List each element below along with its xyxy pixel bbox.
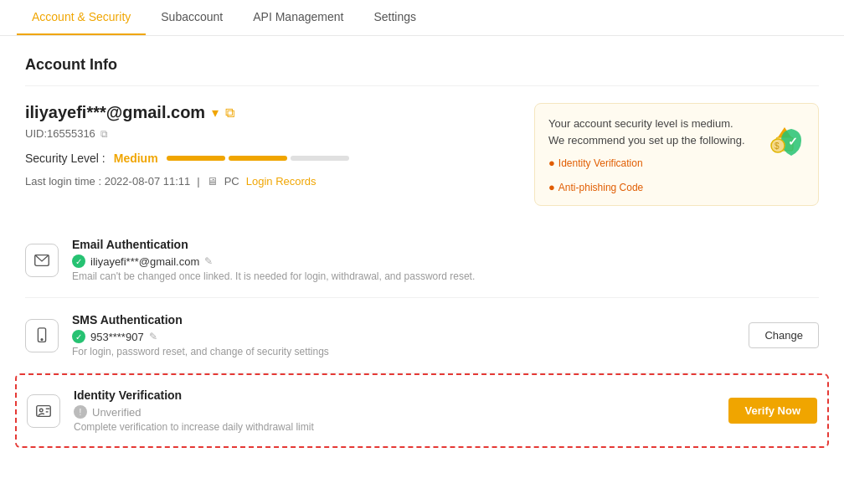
identity-auth-value: Unverified bbox=[92, 406, 142, 419]
email-auth-info: Email Authentication ✓ iliyayefi***@gmai… bbox=[72, 238, 819, 282]
email-verified-indicator: ✓ bbox=[72, 255, 85, 268]
email-auth-title: Email Authentication bbox=[72, 238, 819, 251]
security-level-row: Security Level : Medium bbox=[25, 152, 517, 165]
pc-label: PC bbox=[224, 175, 239, 188]
alert-identity-label: Identity Verification bbox=[558, 157, 643, 169]
uid-label: UID:16555316 bbox=[25, 127, 95, 140]
email-row: iliyayefi***@gmail.com ▾ ⧉ bbox=[25, 103, 517, 122]
alert-items: ● Identity Verification ● Anti-phishing … bbox=[548, 157, 746, 193]
sms-auth-title: SMS Authentication bbox=[72, 313, 735, 327]
last-login-time: Last login time : 2022-08-07 11:11 bbox=[25, 175, 190, 188]
email-auth-detail: ✓ iliyayefi***@gmail.com ✎ bbox=[72, 255, 819, 268]
account-info-section: iliyayefi***@gmail.com ▾ ⧉ UID:16555316 … bbox=[25, 103, 819, 206]
alert-antiphishing-label: Anti-phishing Code bbox=[558, 182, 643, 193]
security-level-label: Security Level : bbox=[25, 152, 106, 165]
identity-auth-icon-wrap bbox=[27, 394, 60, 428]
uid-row: UID:16555316 ⧉ bbox=[25, 127, 517, 140]
last-login-row: Last login time : 2022-08-07 11:11 | 🖥 P… bbox=[25, 175, 517, 188]
alert-warning-icon-2: ● bbox=[548, 181, 555, 193]
sms-icon bbox=[33, 327, 51, 345]
alert-warning-icon-1: ● bbox=[548, 157, 555, 169]
login-records-link[interactable]: Login Records bbox=[246, 175, 316, 188]
identity-auth-title: Identity Verification bbox=[74, 388, 715, 402]
email-edit-icon[interactable]: ✎ bbox=[204, 255, 213, 267]
email-auth-value: iliyayefi***@gmail.com bbox=[90, 255, 199, 268]
tab-account-security[interactable]: Account & Security bbox=[17, 0, 146, 35]
identity-icon bbox=[34, 402, 53, 420]
svg-text:✓: ✓ bbox=[788, 135, 798, 148]
pc-icon: 🖥 bbox=[207, 175, 218, 188]
security-progress-bar bbox=[167, 156, 349, 161]
tab-settings[interactable]: Settings bbox=[358, 0, 431, 35]
copy-uid-icon[interactable]: ⧉ bbox=[100, 128, 108, 140]
tab-api-management[interactable]: API Management bbox=[238, 0, 358, 35]
alert-item-antiphishing: ● Anti-phishing Code bbox=[548, 181, 643, 193]
alert-item-identity: ● Identity Verification bbox=[548, 157, 643, 169]
sms-change-button[interactable]: Change bbox=[749, 322, 819, 348]
svg-text:$: $ bbox=[775, 141, 780, 151]
sms-auth-info: SMS Authentication ✓ 953****907 ✎ For lo… bbox=[72, 313, 735, 357]
identity-auth-detail: ! Unverified bbox=[74, 405, 715, 419]
identity-verify-button[interactable]: Verify Now bbox=[728, 398, 817, 424]
main-content: Account Info iliyayefi***@gmail.com ▾ ⧉ … bbox=[0, 36, 844, 504]
progress-seg-1 bbox=[167, 156, 225, 161]
svg-point-7 bbox=[41, 338, 43, 340]
sms-verified-indicator: ✓ bbox=[72, 330, 85, 343]
top-navigation: Account & Security Subaccount API Manage… bbox=[0, 0, 844, 36]
alert-decorative-icon: ✓ $ bbox=[759, 112, 810, 162]
separator: | bbox=[197, 175, 199, 188]
sms-auth-value: 953****907 bbox=[90, 331, 144, 343]
alert-text: Your account security level is medium. W… bbox=[548, 116, 746, 148]
auth-item-sms: SMS Authentication ✓ 953****907 ✎ For lo… bbox=[25, 298, 819, 373]
security-level-value: Medium bbox=[114, 152, 158, 165]
svg-point-9 bbox=[39, 409, 43, 412]
progress-seg-3 bbox=[291, 156, 349, 161]
page-title: Account Info bbox=[25, 56, 819, 86]
sms-edit-icon[interactable]: ✎ bbox=[149, 331, 157, 342]
auth-item-email: Email Authentication ✓ iliyayefi***@gmai… bbox=[25, 223, 819, 298]
sms-auth-icon-wrap bbox=[25, 319, 59, 352]
identity-auth-info: Identity Verification ! Unverified Compl… bbox=[74, 388, 715, 433]
verified-badge-icon: ▾ bbox=[212, 105, 219, 121]
progress-seg-2 bbox=[229, 156, 287, 161]
email-auth-icon-wrap bbox=[25, 244, 59, 277]
sms-auth-detail: ✓ 953****907 ✎ bbox=[72, 330, 735, 343]
security-alert-box: Your account security level is medium. W… bbox=[534, 103, 819, 206]
sms-auth-desc: For login, password reset, and change of… bbox=[72, 346, 735, 357]
email-address: iliyayefi***@gmail.com bbox=[25, 103, 205, 122]
email-auth-desc: Email can't be changed once linked. It i… bbox=[72, 270, 819, 282]
account-left-panel: iliyayefi***@gmail.com ▾ ⧉ UID:16555316 … bbox=[25, 103, 517, 188]
identity-unverified-indicator: ! bbox=[74, 405, 87, 419]
tab-subaccount[interactable]: Subaccount bbox=[146, 0, 238, 35]
identity-auth-desc: Complete verification to increase daily … bbox=[74, 421, 715, 433]
email-icon bbox=[33, 251, 51, 270]
auth-item-identity: Identity Verification ! Unverified Compl… bbox=[15, 373, 829, 448]
external-link-icon[interactable]: ⧉ bbox=[225, 105, 234, 121]
auth-list: Email Authentication ✓ iliyayefi***@gmai… bbox=[25, 223, 819, 448]
